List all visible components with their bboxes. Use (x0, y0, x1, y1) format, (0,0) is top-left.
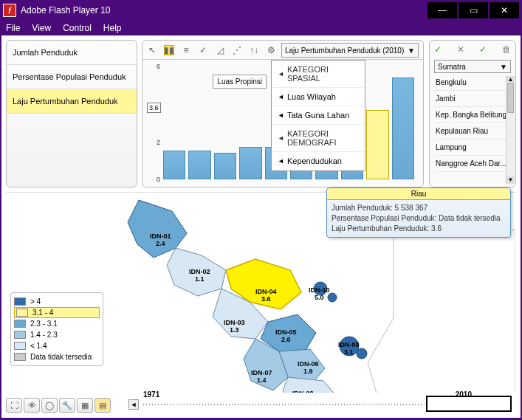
bar-IDN-03[interactable] (214, 153, 236, 179)
chart-dd-label: Laju Pertumbuhan Penduduk (2010) (285, 47, 404, 55)
bar-IDN-04[interactable] (239, 147, 261, 179)
y-axis: 6 4 2 0 (147, 64, 162, 179)
tooltip-line: Laju Pertumbuhan Penduduk: 3.6 (332, 224, 506, 234)
label-idn-05: IDN-05 2.6 (275, 329, 297, 344)
label-idn-07: IDN-07 1.4 (251, 370, 272, 385)
timeline-prev-icon[interactable]: ◄ (128, 399, 139, 410)
label-idn-01: IDN-01 2.4 (150, 233, 171, 248)
region-outline-other (368, 230, 515, 393)
bar-IDN-10[interactable] (392, 78, 414, 179)
label-idn-10: IDN-10 5.0 (309, 287, 330, 302)
legend-row[interactable]: 1.4 - 2.3 (14, 329, 100, 340)
expand-icon[interactable]: ⛶ (6, 398, 22, 413)
bottom-bar: ⛶ 👁 ◯ 🔧 ▦ ▤ 1971 2010 ◄ ► ▶ (6, 396, 516, 415)
tool-area-icon[interactable]: ◿ (215, 45, 225, 55)
x-icon[interactable]: ✕ (457, 44, 464, 55)
tooltip-line: Jumlah Penduduk: 5 538 367 (332, 203, 506, 213)
sidebar-item-jumlah[interactable]: Jumlah Penduduk (7, 41, 137, 65)
bar-IDN-09[interactable] (366, 110, 388, 179)
sidebar-item-persentase[interactable]: Persentase Populasi Penduduk (7, 65, 137, 89)
scroll-down-icon[interactable]: ▼ (506, 176, 515, 184)
tool-line-icon[interactable]: ✓ (198, 45, 208, 55)
tool-sort-icon[interactable]: ↑↓ (249, 45, 259, 55)
eye-icon[interactable]: 👁 (24, 398, 40, 413)
scroll-up-icon[interactable]: ▲ (506, 76, 515, 83)
tool-bar-chart-icon[interactable]: ▮▮ (164, 45, 174, 55)
globe-icon[interactable]: ◯ (41, 398, 58, 413)
bottom-icons: ⛶ 👁 ◯ 🔧 ▦ ▤ (6, 398, 111, 413)
map-legend: > 4 3.1 - 4 2.3 - 3.1 1.4 - 2.3 < 1.4 Da… (10, 292, 103, 366)
dd-item-kependudukan[interactable]: ◄Kependudukan (272, 152, 365, 171)
sidebar-item-laju[interactable]: Laju Pertumbuhan Penduduk (7, 89, 137, 114)
ytick-0: 0 (157, 176, 160, 183)
check-icon[interactable]: ✓ (434, 44, 442, 55)
scroll-thumb[interactable] (507, 83, 514, 113)
timeline-track[interactable] (143, 404, 472, 405)
region-dd-label: Sumatra (438, 63, 466, 71)
mini-preview-window[interactable] (426, 396, 512, 412)
wrench-icon[interactable]: 🔧 (59, 398, 75, 413)
legend-row[interactable]: < 1.4 (14, 340, 100, 351)
region-panel-toolbar: ✓ ✕ ✓ 🗑 (430, 41, 515, 58)
chevron-down-icon: ▼ (500, 63, 507, 71)
menu-control[interactable]: Control (63, 23, 92, 33)
tool-hbar-icon[interactable]: ≡ (181, 45, 191, 55)
list-item[interactable]: Lampung (434, 140, 511, 156)
dd-header-demografi: ◄KATEGORI DEMOGRAFI (272, 125, 365, 152)
tool-cursor-icon[interactable]: ↖ (147, 45, 157, 55)
region-scrollbar[interactable]: ▲ ▼ (506, 76, 515, 184)
legend-row[interactable]: 2.3 - 3.1 (14, 318, 100, 329)
app-content: Jumlah Penduduk Persentase Populasi Pend… (1, 35, 521, 418)
tool-scatter-icon[interactable]: ⋰ (232, 45, 242, 55)
flash-logo-icon: f (3, 4, 16, 17)
tooltip-title: Riau (327, 188, 510, 200)
list-item[interactable]: Bengkulu (434, 75, 511, 91)
tooltip-body: Jumlah Penduduk: 5 538 367 Persentase Po… (327, 200, 510, 237)
label-idn-04: IDN-04 3.6 (255, 289, 277, 303)
tool-settings-icon[interactable]: ⚙ (266, 45, 276, 55)
export-icon[interactable]: ▤ (95, 398, 111, 413)
chevron-down-icon: ▼ (408, 47, 415, 55)
region-group-dropdown[interactable]: Sumatra ▼ (434, 60, 511, 73)
maximize-button[interactable]: ▭ (459, 2, 488, 18)
category-dropdown-menu: ◄KATEGORI SPASIAL ◄Luas Wilayah ◄Tata Gu… (271, 60, 365, 171)
legend-row[interactable]: Data tidak tersedia (14, 351, 100, 362)
title-bar: f Adobe Flash Player 10 — ▭ ✕ (0, 0, 522, 21)
list-item[interactable]: Jambi (434, 91, 511, 107)
window-title: Adobe Flash Player 10 (21, 5, 426, 16)
list-item[interactable]: Kep. Bangka Belitung (434, 107, 511, 123)
region-tooltip: Riau Jumlah Penduduk: 5 538 367 Persenta… (326, 187, 511, 238)
dd-item-tata-guna[interactable]: ◄Tata Guna Lahan (272, 106, 365, 125)
label-idn-03: IDN-03 1.3 (224, 320, 245, 334)
table-icon[interactable]: ▦ (77, 398, 93, 413)
menu-help[interactable]: Help (103, 23, 122, 33)
legend-row[interactable]: > 4 (14, 296, 100, 307)
list-item[interactable]: Nanggroe Aceh Dar... (434, 156, 511, 172)
check-all-icon[interactable]: ✓ (479, 44, 487, 55)
dd-item-luas-wilayah[interactable]: ◄Luas Wilayah (272, 88, 365, 106)
close-button[interactable]: ✕ (490, 2, 519, 18)
minimize-button[interactable]: — (427, 2, 457, 18)
chart-panel: ↖ ▮▮ ≡ ✓ ◿ ⋰ ↑↓ ⚙ Laju Pertumbuhan Pendu… (142, 40, 424, 187)
bar-IDN-01[interactable] (163, 151, 185, 179)
chart-measure-dropdown[interactable]: Laju Pertumbuhan Penduduk (2010) ▼ (281, 43, 419, 58)
indicator-sidebar: Jumlah Penduduk Persentase Populasi Pend… (6, 40, 137, 187)
label-idn-06: IDN-06 1.9 (298, 361, 319, 376)
bar-IDN-02[interactable] (188, 151, 210, 179)
menu-file[interactable]: File (6, 23, 20, 33)
trash-icon[interactable]: 🗑 (502, 44, 511, 55)
label-idn-08: IDN-08 1.2 (292, 390, 314, 393)
legend-row-selected[interactable]: 3.1 - 4 (14, 307, 100, 318)
timeline-start: 1971 (143, 390, 159, 399)
ytick-2: 2 (157, 139, 160, 146)
ytick-6: 6 (157, 63, 160, 70)
menu-view[interactable]: View (32, 23, 51, 33)
luas-propinsi-label: Luas Propinsi (213, 75, 267, 89)
dd-header-spasial: ◄KATEGORI SPASIAL (272, 61, 365, 88)
menu-bar: File View Control Help (0, 21, 522, 35)
label-idn-09: IDN-09 3.1 (338, 342, 360, 357)
tooltip-line: Persentase Populasi Penduduk: Data tidak… (332, 213, 506, 224)
highlight-value-box: 3.6 (147, 103, 161, 113)
region-list-panel: ✓ ✕ ✓ 🗑 Sumatra ▼ Bengkulu Jambi Kep. Ba… (429, 40, 516, 187)
list-item[interactable]: Kepulauan Riau (434, 123, 511, 140)
